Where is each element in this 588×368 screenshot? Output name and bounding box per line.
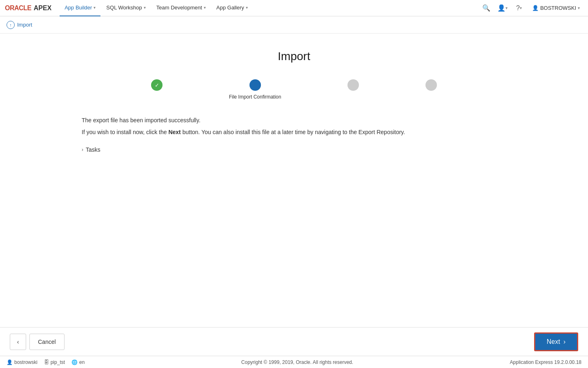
install-instruction: If you wish to install now, click the Ne…	[82, 128, 506, 137]
nav-items: App Builder ▾ SQL Workshop ▾ Team Develo…	[60, 0, 480, 16]
step-2-label: File Import Confirmation	[229, 94, 281, 100]
search-button[interactable]: 🔍	[480, 2, 493, 15]
main-content: Import ✓ File Import Confirmation	[0, 34, 588, 327]
person-icon: 👤	[497, 4, 506, 12]
nav-app-gallery-label: App Gallery	[216, 4, 244, 11]
status-left: 👤 bostrowski 🗄 pip_tst 🌐 en	[7, 359, 85, 365]
help-chevron-icon: ▾	[520, 6, 522, 10]
status-user: 👤 bostrowski	[7, 359, 38, 365]
nav-team-development[interactable]: Team Development ▾	[151, 0, 211, 16]
step-4-circle	[425, 79, 437, 91]
oracle-text: ORACLE	[5, 4, 31, 12]
step-1: ✓	[151, 79, 163, 94]
nav-app-gallery[interactable]: App Gallery ▾	[212, 0, 253, 16]
back-button[interactable]: ‹	[10, 334, 26, 350]
user-menu-button[interactable]: 👤 ▾	[496, 2, 509, 15]
breadcrumb-label: Import	[17, 22, 32, 28]
apex-text: APEX	[34, 4, 52, 12]
status-user-label: bostrowski	[14, 359, 38, 365]
stepper-steps: ✓ File Import Confirmation	[151, 79, 437, 100]
tasks-chevron-icon: ›	[82, 147, 83, 153]
nav-app-builder[interactable]: App Builder ▾	[60, 0, 100, 16]
step-4	[425, 79, 437, 94]
help-button[interactable]: ? ▾	[512, 2, 526, 15]
step-2: File Import Confirmation	[229, 79, 281, 100]
team-dev-chevron-icon: ▾	[204, 5, 206, 10]
wizard-stepper: ✓ File Import Confirmation	[82, 79, 506, 100]
success-message: The export file has been imported succes…	[82, 116, 506, 125]
next-word-bold: Next	[168, 129, 180, 135]
step-1-circle: ✓	[151, 79, 163, 91]
user-chevron-icon: ▾	[506, 6, 508, 10]
status-lang: 🌐 en	[71, 359, 85, 365]
app-builder-chevron-icon: ▾	[94, 5, 96, 10]
nav-sql-workshop-label: SQL Workshop	[106, 4, 142, 11]
checkmark-icon: ✓	[155, 82, 159, 88]
search-icon: 🔍	[482, 4, 490, 12]
footer-bar: ‹ Cancel Next ›	[0, 327, 588, 356]
tasks-section[interactable]: › Tasks	[82, 146, 506, 153]
help-icon: ?	[516, 4, 520, 12]
next-button-label: Next	[547, 338, 560, 346]
status-lang-label: en	[79, 359, 85, 365]
status-db-label: pip_tst	[51, 359, 65, 365]
app-gallery-chevron-icon: ▾	[246, 5, 248, 10]
cancel-button[interactable]: Cancel	[29, 334, 65, 350]
nav-app-builder-label: App Builder	[65, 4, 92, 11]
install-text-after: button. You can also install this file a…	[181, 129, 405, 135]
tasks-label: Tasks	[86, 146, 100, 153]
nav-right: 🔍 👤 ▾ ? ▾ 👤 BOSTROWSKI ▾	[480, 2, 583, 15]
user-avatar-icon: 👤	[532, 5, 539, 11]
nav-team-development-label: Team Development	[156, 4, 202, 11]
next-arrow-icon: ›	[564, 338, 566, 346]
db-icon: 🗄	[44, 359, 49, 365]
install-text-before: If you wish to install now, click the	[82, 129, 168, 135]
breadcrumb-import-link[interactable]: ↑ Import	[7, 21, 32, 29]
profile-chevron-icon: ▾	[578, 6, 580, 10]
status-db: 🗄 pip_tst	[44, 359, 65, 365]
footer-left-buttons: ‹ Cancel	[10, 334, 65, 350]
step-2-circle	[249, 79, 261, 91]
oracle-logo[interactable]: ORACLE APEX	[5, 4, 51, 12]
breadcrumb-up-icon: ↑	[7, 21, 15, 29]
breadcrumb: ↑ Import	[0, 16, 588, 34]
copyright-text: Copyright © 1999, 2019, Oracle. All righ…	[241, 359, 353, 365]
user-status-icon: 👤	[7, 359, 13, 365]
status-bar: 👤 bostrowski 🗄 pip_tst 🌐 en Copyright © …	[0, 356, 588, 368]
step-3	[347, 79, 359, 94]
back-icon: ‹	[17, 339, 19, 345]
page-title: Import	[82, 50, 506, 63]
step-3-circle	[347, 79, 359, 91]
info-section: The export file has been imported succes…	[82, 116, 506, 137]
top-navigation: ORACLE APEX App Builder ▾ SQL Workshop ▾…	[0, 0, 588, 16]
version-text: Application Express 19.2.0.00.18	[510, 359, 581, 365]
nav-sql-workshop[interactable]: SQL Workshop ▾	[101, 0, 150, 16]
next-button[interactable]: Next ›	[534, 332, 578, 351]
user-name-label: BOSTROWSKI	[540, 5, 576, 11]
user-profile-menu[interactable]: 👤 BOSTROWSKI ▾	[529, 2, 583, 15]
globe-icon: 🌐	[71, 359, 78, 365]
sql-workshop-chevron-icon: ▾	[144, 5, 146, 10]
